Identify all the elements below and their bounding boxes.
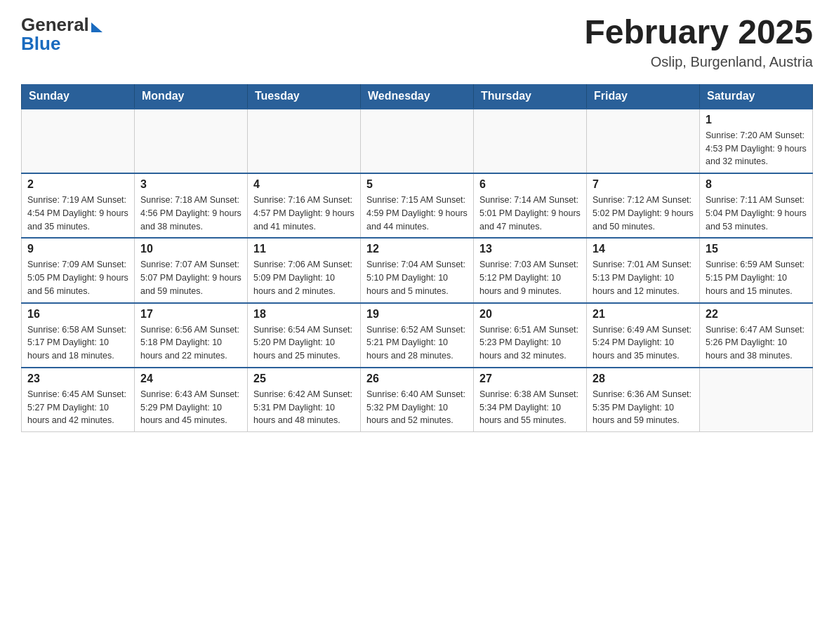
calendar-cell: 7Sunrise: 7:12 AM Sunset: 5:02 PM Daylig… bbox=[587, 173, 700, 238]
day-info: Sunrise: 6:43 AM Sunset: 5:29 PM Dayligh… bbox=[140, 388, 241, 427]
calendar-cell: 4Sunrise: 7:16 AM Sunset: 4:57 PM Daylig… bbox=[248, 173, 361, 238]
calendar-cell bbox=[22, 109, 135, 173]
calendar-cell: 2Sunrise: 7:19 AM Sunset: 4:54 PM Daylig… bbox=[22, 173, 135, 238]
day-info: Sunrise: 7:09 AM Sunset: 5:05 PM Dayligh… bbox=[27, 258, 128, 297]
day-info: Sunrise: 6:51 AM Sunset: 5:23 PM Dayligh… bbox=[479, 323, 581, 363]
day-info: Sunrise: 7:16 AM Sunset: 4:57 PM Dayligh… bbox=[253, 194, 355, 233]
day-info: Sunrise: 6:56 AM Sunset: 5:18 PM Dayligh… bbox=[140, 323, 241, 363]
day-info: Sunrise: 7:15 AM Sunset: 4:59 PM Dayligh… bbox=[366, 194, 468, 233]
day-number: 21 bbox=[593, 308, 694, 321]
calendar-cell: 15Sunrise: 6:59 AM Sunset: 5:15 PM Dayli… bbox=[700, 238, 813, 302]
day-number: 10 bbox=[140, 243, 241, 255]
day-number: 14 bbox=[593, 243, 694, 255]
day-number: 3 bbox=[140, 178, 241, 191]
calendar-cell: 23Sunrise: 6:45 AM Sunset: 5:27 PM Dayli… bbox=[22, 368, 135, 432]
calendar-header-monday: Monday bbox=[135, 84, 248, 109]
calendar-cell bbox=[700, 368, 813, 432]
day-number: 17 bbox=[140, 308, 241, 321]
day-info: Sunrise: 7:14 AM Sunset: 5:01 PM Dayligh… bbox=[479, 194, 581, 233]
calendar-cell bbox=[361, 109, 474, 173]
day-info: Sunrise: 6:45 AM Sunset: 5:27 PM Dayligh… bbox=[27, 388, 128, 427]
calendar-cell: 21Sunrise: 6:49 AM Sunset: 5:24 PM Dayli… bbox=[587, 303, 700, 368]
day-number: 1 bbox=[706, 114, 807, 126]
calendar-cell: 13Sunrise: 7:03 AM Sunset: 5:12 PM Dayli… bbox=[474, 238, 587, 302]
day-number: 20 bbox=[479, 308, 581, 321]
logo-arrow-icon bbox=[91, 22, 102, 32]
calendar-week-row: 23Sunrise: 6:45 AM Sunset: 5:27 PM Dayli… bbox=[22, 368, 813, 432]
day-number: 22 bbox=[706, 308, 807, 321]
day-info: Sunrise: 6:58 AM Sunset: 5:17 PM Dayligh… bbox=[27, 323, 128, 363]
calendar-header-saturday: Saturday bbox=[700, 84, 813, 109]
calendar-header-thursday: Thursday bbox=[474, 84, 587, 109]
day-number: 5 bbox=[366, 178, 468, 191]
calendar-week-row: 1Sunrise: 7:20 AM Sunset: 4:53 PM Daylig… bbox=[22, 109, 813, 173]
calendar-cell: 26Sunrise: 6:40 AM Sunset: 5:32 PM Dayli… bbox=[361, 368, 474, 432]
calendar-cell: 25Sunrise: 6:42 AM Sunset: 5:31 PM Dayli… bbox=[248, 368, 361, 432]
month-title: February 2025 bbox=[584, 14, 813, 51]
day-number: 12 bbox=[366, 243, 468, 255]
calendar-header-wednesday: Wednesday bbox=[361, 84, 474, 109]
calendar-cell: 6Sunrise: 7:14 AM Sunset: 5:01 PM Daylig… bbox=[474, 173, 587, 238]
day-info: Sunrise: 7:20 AM Sunset: 4:53 PM Dayligh… bbox=[706, 129, 807, 168]
day-number: 6 bbox=[479, 178, 581, 191]
day-number: 9 bbox=[27, 243, 128, 255]
calendar-header-tuesday: Tuesday bbox=[248, 84, 361, 109]
calendar-cell: 18Sunrise: 6:54 AM Sunset: 5:20 PM Dayli… bbox=[248, 303, 361, 368]
calendar-cell: 10Sunrise: 7:07 AM Sunset: 5:07 PM Dayli… bbox=[135, 238, 248, 302]
calendar-week-row: 16Sunrise: 6:58 AM Sunset: 5:17 PM Dayli… bbox=[22, 303, 813, 368]
day-info: Sunrise: 6:52 AM Sunset: 5:21 PM Dayligh… bbox=[366, 323, 468, 363]
day-info: Sunrise: 7:04 AM Sunset: 5:10 PM Dayligh… bbox=[366, 258, 468, 297]
day-info: Sunrise: 6:49 AM Sunset: 5:24 PM Dayligh… bbox=[593, 323, 694, 363]
day-info: Sunrise: 6:38 AM Sunset: 5:34 PM Dayligh… bbox=[479, 388, 581, 427]
calendar-week-row: 9Sunrise: 7:09 AM Sunset: 5:05 PM Daylig… bbox=[22, 238, 813, 302]
day-info: Sunrise: 7:12 AM Sunset: 5:02 PM Dayligh… bbox=[593, 194, 694, 233]
day-number: 19 bbox=[366, 308, 468, 321]
calendar-cell: 20Sunrise: 6:51 AM Sunset: 5:23 PM Dayli… bbox=[474, 303, 587, 368]
day-info: Sunrise: 6:40 AM Sunset: 5:32 PM Dayligh… bbox=[366, 388, 468, 427]
day-number: 28 bbox=[593, 373, 694, 385]
logo-blue-text: Blue bbox=[21, 33, 60, 55]
day-info: Sunrise: 6:47 AM Sunset: 5:26 PM Dayligh… bbox=[706, 323, 807, 363]
calendar-header-sunday: Sunday bbox=[22, 84, 135, 109]
day-info: Sunrise: 6:54 AM Sunset: 5:20 PM Dayligh… bbox=[253, 323, 355, 363]
day-number: 18 bbox=[253, 308, 355, 321]
day-number: 27 bbox=[479, 373, 581, 385]
day-info: Sunrise: 7:07 AM Sunset: 5:07 PM Dayligh… bbox=[140, 258, 241, 297]
day-number: 13 bbox=[479, 243, 581, 255]
day-number: 16 bbox=[27, 308, 128, 321]
title-area: February 2025 Oslip, Burgenland, Austria bbox=[584, 14, 813, 70]
calendar-cell: 12Sunrise: 7:04 AM Sunset: 5:10 PM Dayli… bbox=[361, 238, 474, 302]
day-number: 4 bbox=[253, 178, 355, 191]
day-number: 15 bbox=[706, 243, 807, 255]
day-info: Sunrise: 6:59 AM Sunset: 5:15 PM Dayligh… bbox=[706, 258, 807, 297]
calendar-cell: 8Sunrise: 7:11 AM Sunset: 5:04 PM Daylig… bbox=[700, 173, 813, 238]
calendar-cell: 9Sunrise: 7:09 AM Sunset: 5:05 PM Daylig… bbox=[22, 238, 135, 302]
day-info: Sunrise: 7:11 AM Sunset: 5:04 PM Dayligh… bbox=[706, 194, 807, 233]
calendar-table: SundayMondayTuesdayWednesdayThursdayFrid… bbox=[21, 84, 813, 432]
calendar-week-row: 2Sunrise: 7:19 AM Sunset: 4:54 PM Daylig… bbox=[22, 173, 813, 238]
calendar-cell: 16Sunrise: 6:58 AM Sunset: 5:17 PM Dayli… bbox=[22, 303, 135, 368]
calendar-cell: 22Sunrise: 6:47 AM Sunset: 5:26 PM Dayli… bbox=[700, 303, 813, 368]
calendar-cell bbox=[474, 109, 587, 173]
calendar-header-friday: Friday bbox=[587, 84, 700, 109]
calendar-cell: 28Sunrise: 6:36 AM Sunset: 5:35 PM Dayli… bbox=[587, 368, 700, 432]
day-info: Sunrise: 6:42 AM Sunset: 5:31 PM Dayligh… bbox=[253, 388, 355, 427]
day-number: 24 bbox=[140, 373, 241, 385]
day-info: Sunrise: 7:19 AM Sunset: 4:54 PM Dayligh… bbox=[27, 194, 128, 233]
calendar-cell: 27Sunrise: 6:38 AM Sunset: 5:34 PM Dayli… bbox=[474, 368, 587, 432]
day-info: Sunrise: 6:36 AM Sunset: 5:35 PM Dayligh… bbox=[593, 388, 694, 427]
day-number: 26 bbox=[366, 373, 468, 385]
day-number: 25 bbox=[253, 373, 355, 385]
calendar-cell: 1Sunrise: 7:20 AM Sunset: 4:53 PM Daylig… bbox=[700, 109, 813, 173]
day-number: 7 bbox=[593, 178, 694, 191]
calendar-cell: 11Sunrise: 7:06 AM Sunset: 5:09 PM Dayli… bbox=[248, 238, 361, 302]
calendar-cell bbox=[248, 109, 361, 173]
calendar-cell: 24Sunrise: 6:43 AM Sunset: 5:29 PM Dayli… bbox=[135, 368, 248, 432]
page-header: General Blue February 2025 Oslip, Burgen… bbox=[21, 14, 813, 70]
calendar-cell: 5Sunrise: 7:15 AM Sunset: 4:59 PM Daylig… bbox=[361, 173, 474, 238]
day-info: Sunrise: 7:06 AM Sunset: 5:09 PM Dayligh… bbox=[253, 258, 355, 297]
day-info: Sunrise: 7:18 AM Sunset: 4:56 PM Dayligh… bbox=[140, 194, 241, 233]
calendar-cell bbox=[135, 109, 248, 173]
logo: General Blue bbox=[21, 14, 102, 55]
day-number: 11 bbox=[253, 243, 355, 255]
